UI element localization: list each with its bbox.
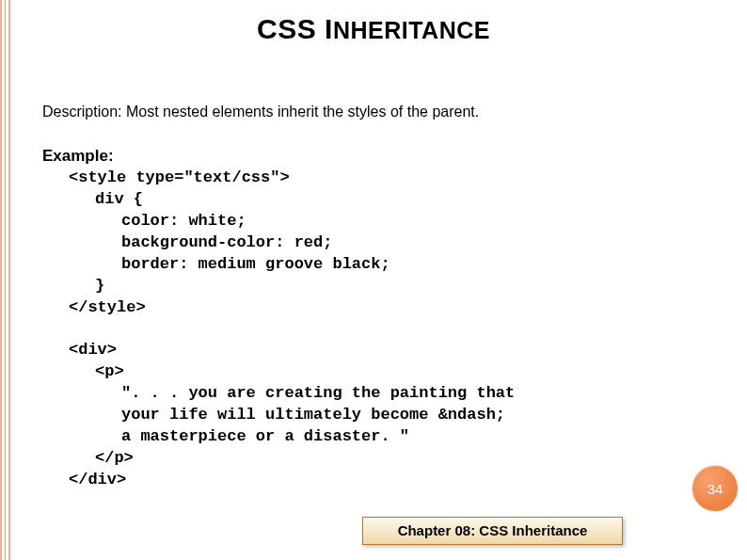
code-line: </style> <box>42 297 515 319</box>
code-line: color: white; <box>42 211 515 232</box>
code-line: a masterpiece or a disaster. " <box>42 426 515 448</box>
example-block: Example: <style type="text/css">div {col… <box>42 146 515 491</box>
code-line <box>42 319 515 341</box>
side-rail-line <box>5 0 6 560</box>
example-label: Example: <box>42 146 515 168</box>
side-rail <box>0 0 10 560</box>
chapter-label: Chapter 08: CSS Inheritance <box>362 517 623 545</box>
page-number-badge: 34 <box>692 466 738 511</box>
page-title: CSS INHERITANCE <box>0 13 747 45</box>
code-line: <p> <box>42 361 515 383</box>
code-line: border: medium groove black; <box>42 254 515 276</box>
code-line: } <box>42 276 515 297</box>
title-strong: CSS I <box>257 13 333 44</box>
code-line: <style type="text/css"> <box>42 168 515 189</box>
description-text: Description: Most nested elements inheri… <box>42 104 479 120</box>
page-number: 34 <box>707 481 723 497</box>
title-smallcaps: NHERITANCE <box>333 17 490 43</box>
code-line: ". . . you are creating the painting tha… <box>42 383 515 405</box>
code-line: your life will ultimately become &ndash; <box>42 405 515 426</box>
code-line: background-color: red; <box>42 232 515 254</box>
code-block: <style type="text/css">div {color: white… <box>42 168 515 491</box>
code-line: </div> <box>42 470 515 491</box>
code-line: <div> <box>42 340 515 361</box>
code-line: </p> <box>42 448 515 470</box>
code-line: div { <box>42 189 515 211</box>
